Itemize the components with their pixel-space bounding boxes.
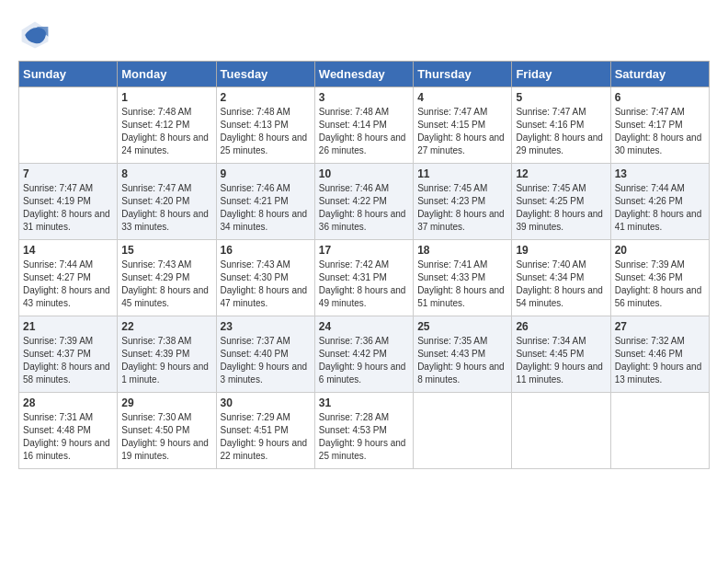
calendar-cell: 5Sunrise: 7:47 AMSunset: 4:16 PMDaylight… xyxy=(512,87,610,164)
day-info: Sunrise: 7:38 AMSunset: 4:39 PMDaylight:… xyxy=(121,335,211,386)
calendar-cell: 16Sunrise: 7:43 AMSunset: 4:30 PMDayligh… xyxy=(216,240,314,316)
page-header xyxy=(18,18,710,52)
col-header-tuesday: Tuesday xyxy=(216,62,314,87)
day-info: Sunrise: 7:42 AMSunset: 4:31 PMDaylight:… xyxy=(319,259,409,310)
calendar-cell: 28Sunrise: 7:31 AMSunset: 4:48 PMDayligh… xyxy=(19,393,118,469)
calendar-cell: 25Sunrise: 7:35 AMSunset: 4:43 PMDayligh… xyxy=(414,316,512,393)
calendar-cell: 31Sunrise: 7:28 AMSunset: 4:53 PMDayligh… xyxy=(314,393,413,469)
day-info: Sunrise: 7:28 AMSunset: 4:53 PMDaylight:… xyxy=(319,411,409,463)
calendar-cell: 4Sunrise: 7:47 AMSunset: 4:15 PMDaylight… xyxy=(414,87,512,164)
day-number: 17 xyxy=(319,244,409,257)
calendar-cell: 2Sunrise: 7:48 AMSunset: 4:13 PMDaylight… xyxy=(216,87,314,164)
day-info: Sunrise: 7:34 AMSunset: 4:45 PMDaylight:… xyxy=(516,335,606,386)
day-info: Sunrise: 7:36 AMSunset: 4:42 PMDaylight:… xyxy=(319,335,409,386)
calendar-cell xyxy=(414,393,512,469)
col-header-wednesday: Wednesday xyxy=(314,62,413,87)
calendar-cell: 13Sunrise: 7:44 AMSunset: 4:26 PMDayligh… xyxy=(610,164,709,240)
calendar-cell: 7Sunrise: 7:47 AMSunset: 4:19 PMDaylight… xyxy=(19,164,118,240)
day-info: Sunrise: 7:37 AMSunset: 4:40 PMDaylight:… xyxy=(221,335,311,386)
day-info: Sunrise: 7:47 AMSunset: 4:17 PMDaylight:… xyxy=(615,106,705,157)
calendar-cell: 3Sunrise: 7:48 AMSunset: 4:14 PMDaylight… xyxy=(314,87,413,164)
calendar-cell: 1Sunrise: 7:48 AMSunset: 4:12 PMDaylight… xyxy=(118,87,216,164)
calendar-cell: 14Sunrise: 7:44 AMSunset: 4:27 PMDayligh… xyxy=(19,240,118,316)
day-number: 4 xyxy=(417,91,507,104)
col-header-friday: Friday xyxy=(512,62,610,87)
day-info: Sunrise: 7:41 AMSunset: 4:33 PMDaylight:… xyxy=(417,259,507,310)
day-number: 12 xyxy=(516,167,606,180)
day-info: Sunrise: 7:44 AMSunset: 4:27 PMDaylight:… xyxy=(23,259,113,310)
day-info: Sunrise: 7:48 AMSunset: 4:13 PMDaylight:… xyxy=(221,106,311,157)
day-number: 25 xyxy=(417,320,507,333)
day-number: 6 xyxy=(615,91,705,104)
calendar-cell: 18Sunrise: 7:41 AMSunset: 4:33 PMDayligh… xyxy=(414,240,512,316)
day-info: Sunrise: 7:35 AMSunset: 4:43 PMDaylight:… xyxy=(417,335,507,386)
day-number: 30 xyxy=(221,396,311,409)
day-number: 7 xyxy=(23,167,113,180)
day-info: Sunrise: 7:40 AMSunset: 4:34 PMDaylight:… xyxy=(516,259,606,310)
calendar-cell: 29Sunrise: 7:30 AMSunset: 4:50 PMDayligh… xyxy=(118,393,216,469)
calendar-cell: 12Sunrise: 7:45 AMSunset: 4:25 PMDayligh… xyxy=(512,164,610,240)
calendar-cell: 17Sunrise: 7:42 AMSunset: 4:31 PMDayligh… xyxy=(314,240,413,316)
day-number: 15 xyxy=(121,244,211,257)
day-info: Sunrise: 7:45 AMSunset: 4:23 PMDaylight:… xyxy=(417,182,507,234)
col-header-monday: Monday xyxy=(118,62,216,87)
day-info: Sunrise: 7:43 AMSunset: 4:30 PMDaylight:… xyxy=(221,259,311,310)
day-number: 10 xyxy=(319,167,409,180)
day-number: 23 xyxy=(221,320,311,333)
day-number: 27 xyxy=(615,320,705,333)
calendar-table: SundayMondayTuesdayWednesdayThursdayFrid… xyxy=(18,61,710,469)
col-header-sunday: Sunday xyxy=(19,62,118,87)
calendar-cell: 15Sunrise: 7:43 AMSunset: 4:29 PMDayligh… xyxy=(118,240,216,316)
day-number: 18 xyxy=(417,244,507,257)
day-info: Sunrise: 7:46 AMSunset: 4:21 PMDaylight:… xyxy=(221,182,311,234)
day-number: 5 xyxy=(516,91,606,104)
day-number: 2 xyxy=(221,91,311,104)
day-number: 9 xyxy=(221,167,311,180)
day-number: 11 xyxy=(417,167,507,180)
day-number: 14 xyxy=(23,244,113,257)
calendar-cell: 26Sunrise: 7:34 AMSunset: 4:45 PMDayligh… xyxy=(512,316,610,393)
calendar-cell: 30Sunrise: 7:29 AMSunset: 4:51 PMDayligh… xyxy=(216,393,314,469)
calendar-cell: 19Sunrise: 7:40 AMSunset: 4:34 PMDayligh… xyxy=(512,240,610,316)
calendar-cell: 8Sunrise: 7:47 AMSunset: 4:20 PMDaylight… xyxy=(118,164,216,240)
calendar-cell: 23Sunrise: 7:37 AMSunset: 4:40 PMDayligh… xyxy=(216,316,314,393)
day-info: Sunrise: 7:31 AMSunset: 4:48 PMDaylight:… xyxy=(23,411,113,463)
calendar-cell: 11Sunrise: 7:45 AMSunset: 4:23 PMDayligh… xyxy=(414,164,512,240)
calendar-cell: 22Sunrise: 7:38 AMSunset: 4:39 PMDayligh… xyxy=(118,316,216,393)
col-header-thursday: Thursday xyxy=(414,62,512,87)
day-number: 26 xyxy=(516,320,606,333)
day-info: Sunrise: 7:47 AMSunset: 4:16 PMDaylight:… xyxy=(516,106,606,157)
day-info: Sunrise: 7:29 AMSunset: 4:51 PMDaylight:… xyxy=(221,411,311,463)
day-info: Sunrise: 7:47 AMSunset: 4:15 PMDaylight:… xyxy=(417,106,507,157)
day-number: 3 xyxy=(319,91,409,104)
day-number: 29 xyxy=(121,396,211,409)
calendar-cell: 9Sunrise: 7:46 AMSunset: 4:21 PMDaylight… xyxy=(216,164,314,240)
calendar-cell: 10Sunrise: 7:46 AMSunset: 4:22 PMDayligh… xyxy=(314,164,413,240)
day-info: Sunrise: 7:45 AMSunset: 4:25 PMDaylight:… xyxy=(516,182,606,234)
day-info: Sunrise: 7:44 AMSunset: 4:26 PMDaylight:… xyxy=(615,182,705,234)
day-number: 1 xyxy=(121,91,211,104)
day-info: Sunrise: 7:46 AMSunset: 4:22 PMDaylight:… xyxy=(319,182,409,234)
logo-icon xyxy=(18,18,51,52)
day-info: Sunrise: 7:48 AMSunset: 4:14 PMDaylight:… xyxy=(319,106,409,157)
day-info: Sunrise: 7:47 AMSunset: 4:19 PMDaylight:… xyxy=(23,182,113,234)
calendar-cell xyxy=(19,87,118,164)
calendar-cell: 21Sunrise: 7:39 AMSunset: 4:37 PMDayligh… xyxy=(19,316,118,393)
col-header-saturday: Saturday xyxy=(610,62,709,87)
day-number: 13 xyxy=(615,167,705,180)
day-number: 21 xyxy=(23,320,113,333)
day-number: 22 xyxy=(121,320,211,333)
calendar-cell: 20Sunrise: 7:39 AMSunset: 4:36 PMDayligh… xyxy=(610,240,709,316)
calendar-cell: 24Sunrise: 7:36 AMSunset: 4:42 PMDayligh… xyxy=(314,316,413,393)
day-number: 20 xyxy=(615,244,705,257)
day-info: Sunrise: 7:39 AMSunset: 4:37 PMDaylight:… xyxy=(23,335,113,386)
day-number: 16 xyxy=(221,244,311,257)
day-number: 8 xyxy=(121,167,211,180)
day-info: Sunrise: 7:47 AMSunset: 4:20 PMDaylight:… xyxy=(121,182,211,234)
day-info: Sunrise: 7:30 AMSunset: 4:50 PMDaylight:… xyxy=(121,411,211,463)
logo xyxy=(18,18,55,52)
day-info: Sunrise: 7:39 AMSunset: 4:36 PMDaylight:… xyxy=(615,259,705,310)
day-number: 24 xyxy=(319,320,409,333)
calendar-cell xyxy=(610,393,709,469)
day-info: Sunrise: 7:48 AMSunset: 4:12 PMDaylight:… xyxy=(121,106,211,157)
